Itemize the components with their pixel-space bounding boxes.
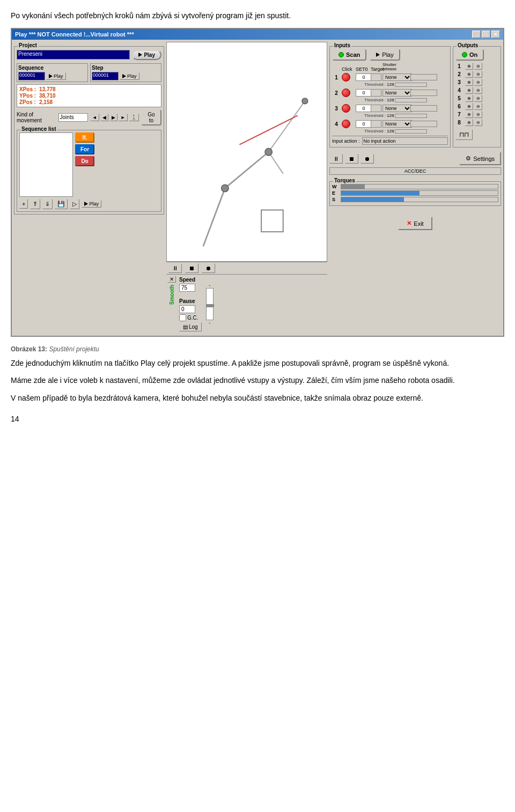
sequence-list-area: If. For Do [19, 132, 159, 197]
step-up-button[interactable]: ⇑ [30, 199, 40, 209]
output-btn-8a[interactable]: ⊕ [465, 119, 473, 126]
input-row-2-led[interactable] [342, 88, 350, 97]
walk-btn[interactable]: 🚶 [129, 114, 139, 121]
nav-back-btn[interactable]: ◀ [100, 114, 108, 121]
on-button[interactable]: On [455, 49, 484, 61]
output-btn-7a[interactable]: ⊕ [465, 111, 473, 118]
maximize-button[interactable]: □ [482, 31, 490, 38]
input-row-4: 4 0 None [332, 120, 448, 128]
speed-value[interactable]: 75 [179, 284, 195, 292]
minimize-button[interactable]: _ [472, 31, 481, 38]
play-icon [138, 53, 142, 57]
output-num-6: 6 [455, 104, 463, 109]
input-row-3-value[interactable]: 0 [356, 105, 372, 112]
torque-s-row: S [332, 197, 498, 202]
step-down-button[interactable]: ⇓ [42, 199, 53, 209]
input-row-4-dropdown[interactable]: None [382, 120, 412, 128]
do-button[interactable]: Do [75, 156, 94, 166]
project-dropdown[interactable]: Preneseni [17, 50, 130, 60]
movement-dropdown[interactable]: Joints [58, 113, 88, 122]
inputs-play-button[interactable]: Play [370, 49, 400, 61]
input-row-1-dropdown[interactable]: None [382, 73, 412, 81]
xpos-label: XPos : [19, 86, 38, 92]
if-button[interactable]: If. [75, 132, 94, 143]
set0-header: SET0 [356, 67, 370, 72]
middle-column: ⏸ ⏹ ⏺ ✕ Smooth Speed 75 Pause 0 [166, 42, 327, 334]
toolbar-play-button[interactable]: Play [82, 200, 101, 208]
go-to-button[interactable]: Go to [141, 109, 161, 126]
output-btn-3a[interactable]: ⊕ [465, 79, 473, 86]
gc-checkbox[interactable] [179, 314, 186, 321]
output-btn-6a[interactable]: ⊕ [465, 103, 473, 110]
body-paragraph-1: Zde jednoduchým kliknutím na tlačítko Pl… [11, 357, 504, 369]
input-row-4-value[interactable]: 0 [356, 120, 372, 128]
scan-button[interactable]: Scan [332, 49, 366, 61]
input-action-row: Input action : No input action [332, 136, 448, 145]
for-button[interactable]: For [75, 144, 94, 154]
output-row-7: 7 ⊕ ⊖ [455, 111, 498, 118]
output-btn-7b[interactable]: ⊖ [474, 111, 482, 118]
input-row-3-box [371, 105, 381, 112]
step-dropdown[interactable]: 000001 [92, 72, 119, 80]
output-btn-1a[interactable]: ⊕ [465, 63, 473, 70]
input-row-2-dropdown[interactable]: None [382, 89, 412, 97]
sequence-list-buttons: If. For Do [75, 132, 94, 197]
sequence-dropdown[interactable]: 000001 [18, 72, 45, 80]
input-row-2-bar [410, 90, 437, 96]
record-button[interactable]: ⏺ [202, 263, 215, 273]
input-row-3-dropdown[interactable]: None [382, 105, 412, 112]
stop-button[interactable]: ⏹ [185, 263, 198, 273]
nav-next-btn[interactable]: ► [119, 114, 128, 121]
close-button[interactable]: ✕ [491, 31, 500, 38]
add-button[interactable]: + [19, 199, 28, 209]
input-row-2-num: 2 [332, 90, 341, 96]
step-play-button[interactable]: Play [120, 72, 139, 80]
torque-e-label: E [332, 190, 339, 196]
acc-dec-label: ACC/DEC [329, 167, 501, 175]
torques-title: Torques [333, 178, 356, 183]
input-row-2-value[interactable]: 0 [356, 89, 372, 97]
pause-value[interactable]: 0 [179, 305, 195, 313]
step-box: Step 000001 Play [90, 63, 161, 82]
output-btn-8b[interactable]: ⊖ [474, 119, 482, 126]
toolbar-play-icon [84, 202, 88, 206]
output-btn-3b[interactable]: ⊖ [474, 79, 482, 86]
output-row-2: 2 ⊕ ⊖ [455, 71, 498, 78]
input-row-3-bar [410, 105, 437, 112]
output-btn-4a[interactable]: ⊕ [465, 87, 473, 94]
seq-play-icon [49, 74, 53, 78]
log-button[interactable]: ▤ Log [179, 322, 202, 331]
input-row-4-led[interactable] [342, 120, 350, 128]
output-controls-2: ⊕ ⊖ [465, 71, 482, 78]
save-button[interactable]: 💾 [55, 199, 68, 209]
output-btn-1b[interactable]: ⊖ [474, 63, 482, 70]
input-action-dropdown[interactable]: No input action [362, 137, 448, 145]
output-btn-5a[interactable]: ⊕ [465, 95, 473, 102]
pause-button[interactable]: ⏸ [168, 263, 182, 273]
ypos-value: 38,710 [39, 93, 56, 99]
exit-button[interactable]: ✕ Exit [398, 217, 432, 230]
project-play-button[interactable]: Play [132, 50, 161, 60]
output-btn-6b[interactable]: ⊖ [474, 103, 482, 110]
output-num-2: 2 [455, 71, 463, 77]
load-button[interactable]: ▷ [70, 199, 79, 209]
smooth-close-button[interactable]: ✕ [167, 276, 176, 283]
output-btn-5b[interactable]: ⊖ [474, 95, 482, 102]
inputs-stop-button[interactable]: ⏹ [345, 154, 358, 164]
gc-label: G.C. [187, 315, 198, 321]
speed-slider[interactable] [206, 288, 214, 320]
inputs-record-button[interactable]: ⏺ [360, 154, 374, 164]
input-row-1-led[interactable] [342, 73, 350, 82]
input-row-3-led[interactable] [342, 104, 350, 113]
input-row-1-value[interactable]: 0 [356, 73, 372, 81]
sequence-play-button[interactable]: Play [46, 72, 66, 80]
nav-fwd-btn[interactable]: ▶ [109, 114, 117, 121]
output-btn-2a[interactable]: ⊕ [465, 71, 473, 78]
settings-button[interactable]: ⚙ Settings [459, 152, 501, 165]
output-btn-4b[interactable]: ⊖ [474, 87, 482, 94]
output-btn-2b[interactable]: ⊖ [474, 71, 482, 78]
nav-prev-btn[interactable]: ◄ [90, 114, 99, 121]
inputs-pause-button[interactable]: ⏸ [329, 154, 343, 164]
pulse-button[interactable]: ⊓⊓ [455, 129, 473, 140]
sequence-box: Sequence 000001 Play [17, 63, 88, 82]
